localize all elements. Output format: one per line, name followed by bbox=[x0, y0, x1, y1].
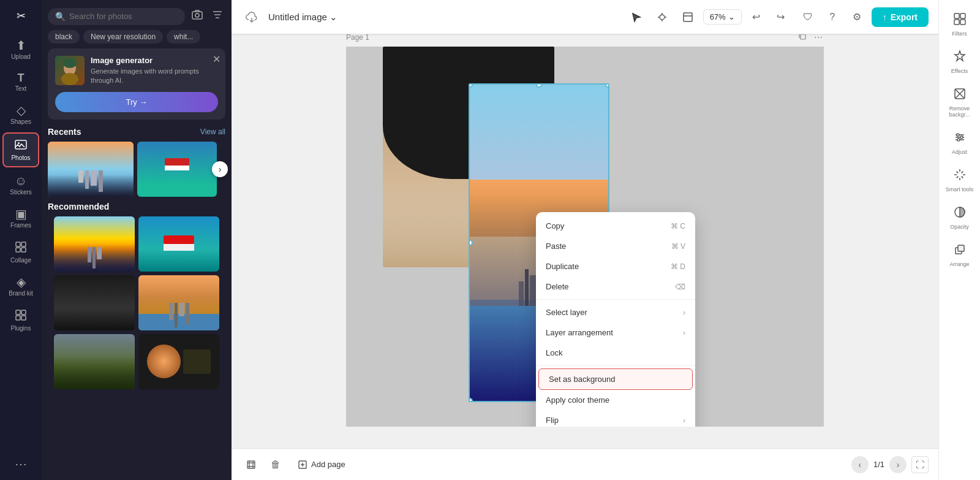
recent-photo-2[interactable] bbox=[137, 142, 217, 197]
recommended-photo-1[interactable] bbox=[54, 216, 135, 272]
svg-rect-34 bbox=[960, 20, 965, 25]
page-label: Page 1 bbox=[346, 34, 369, 42]
context-menu-lock[interactable]: Lock bbox=[536, 343, 695, 363]
svg-rect-4 bbox=[16, 242, 20, 246]
context-menu-delete[interactable]: Delete ⌫ bbox=[536, 276, 695, 297]
sidebar-item-photos[interactable]: Photos bbox=[2, 132, 39, 167]
undo-button[interactable]: ↩ bbox=[747, 7, 766, 27]
zoom-level: 67% bbox=[710, 12, 726, 21]
layout-button[interactable] bbox=[677, 7, 698, 28]
recommended-photo-3[interactable] bbox=[54, 275, 135, 330]
context-menu-select-layer-label: Select layer bbox=[546, 308, 587, 317]
context-menu-duplicate-shortcut: ⌘ D bbox=[671, 262, 685, 271]
image-generator-thumbnail bbox=[55, 56, 85, 85]
view-all-button[interactable]: View all bbox=[200, 128, 225, 136]
photos-panel: 🔍 black New year resolution whit... ✕ bbox=[42, 0, 232, 480]
context-menu-flip[interactable]: Flip › bbox=[536, 410, 695, 427]
export-button[interactable]: ↑ Export bbox=[872, 7, 929, 27]
sidebar-item-brand[interactable]: ◈ Brand kit bbox=[2, 271, 39, 302]
context-menu-flip-label: Flip bbox=[546, 416, 559, 425]
redo-button[interactable]: ↪ bbox=[771, 7, 791, 27]
image-generator-header: Image generator Generate images with wor… bbox=[55, 56, 218, 86]
zoom-chevron-icon: ⌄ bbox=[728, 12, 735, 21]
canvas-wrapper[interactable]: Page 1 ⋯ bbox=[232, 34, 938, 448]
recents-header: Recents View all bbox=[48, 127, 225, 137]
previous-page-button[interactable]: ‹ bbox=[851, 456, 869, 473]
frames-tool-button[interactable] bbox=[241, 455, 261, 474]
toolbar-right: 🛡 ? ⚙ ↑ Export bbox=[798, 7, 929, 27]
context-menu-select-layer[interactable]: Select layer › bbox=[536, 302, 695, 322]
fullscreen-button[interactable]: ⛶ bbox=[911, 456, 929, 473]
right-panel-smart-tools[interactable]: Smart tools bbox=[941, 163, 978, 198]
selection-handle-tr[interactable] bbox=[605, 83, 609, 88]
plugins-icon bbox=[15, 309, 27, 323]
recent-photo-1[interactable] bbox=[48, 142, 134, 197]
settings-button[interactable]: ⚙ bbox=[847, 7, 867, 27]
bottom-toolbar-right: ‹ 1/1 › ⛶ bbox=[851, 456, 929, 473]
image-generator-description: Generate images with word prompts throug… bbox=[91, 67, 218, 86]
document-title-button[interactable]: Untitled image ⌄ bbox=[268, 12, 337, 23]
context-menu: Copy ⌘ C Paste ⌘ V Duplicate ⌘ D Delet bbox=[536, 212, 695, 427]
stickers-icon: ☺ bbox=[15, 175, 27, 187]
pan-tool-button[interactable] bbox=[652, 7, 673, 28]
svg-rect-6 bbox=[16, 248, 20, 252]
search-input[interactable] bbox=[69, 12, 178, 21]
context-menu-duplicate-label: Duplicate bbox=[546, 262, 579, 271]
tag-new-year[interactable]: New year resolution bbox=[83, 30, 163, 44]
right-panel-opacity[interactable]: Opacity bbox=[941, 200, 978, 235]
svg-point-13 bbox=[195, 13, 199, 17]
image-generator-close-button[interactable]: ✕ bbox=[213, 53, 221, 65]
zoom-control[interactable]: 67% ⌄ bbox=[703, 9, 742, 25]
context-menu-apply-color-theme[interactable]: Apply color theme bbox=[536, 390, 695, 410]
filter-button[interactable] bbox=[209, 7, 225, 26]
context-menu-paste[interactable]: Paste ⌘ V bbox=[536, 236, 695, 256]
help-button[interactable]: ? bbox=[823, 7, 842, 27]
select-tool-button[interactable] bbox=[626, 7, 647, 28]
sidebar-item-stickers[interactable]: ☺ Stickers bbox=[2, 170, 39, 200]
next-page-button[interactable]: › bbox=[889, 456, 907, 473]
sidebar-item-text[interactable]: T Text bbox=[2, 67, 39, 97]
context-menu-delete-label: Delete bbox=[546, 282, 569, 291]
context-menu-copy-label: Copy bbox=[546, 221, 564, 230]
sidebar-item-frames[interactable]: ▣ Frames bbox=[2, 203, 39, 234]
canvas-area: Untitled image ⌄ bbox=[232, 0, 938, 480]
delete-page-button[interactable]: 🗑 bbox=[266, 455, 285, 474]
tag-white[interactable]: whit... bbox=[167, 30, 200, 44]
camera-search-button[interactable] bbox=[189, 6, 206, 26]
right-panel-adjust[interactable]: Adjust bbox=[941, 126, 978, 161]
chevron-right-icon-3: › bbox=[683, 416, 685, 425]
upload-icon: ⬆ bbox=[16, 39, 26, 51]
right-panel-arrange[interactable]: Arrange bbox=[941, 238, 978, 273]
right-panel-remove-background[interactable]: Remove backgr... bbox=[941, 82, 978, 124]
sidebar-item-more[interactable]: ⋯ bbox=[2, 453, 39, 475]
page-more-button[interactable]: ⋯ bbox=[813, 34, 824, 44]
add-page-button[interactable]: Add page bbox=[290, 456, 353, 473]
context-menu-layer-arrangement[interactable]: Layer arrangement › bbox=[536, 322, 695, 343]
page-copy-button[interactable] bbox=[797, 34, 808, 44]
canvas-page[interactable]: Copy ⌘ C Paste ⌘ V Duplicate ⌘ D Delet bbox=[346, 47, 824, 427]
search-icon: 🔍 bbox=[55, 12, 66, 21]
context-menu-duplicate[interactable]: Duplicate ⌘ D bbox=[536, 256, 695, 276]
recommended-photo-2[interactable] bbox=[138, 216, 219, 272]
context-menu-copy[interactable]: Copy ⌘ C bbox=[536, 216, 695, 236]
search-input-wrapper[interactable]: 🔍 bbox=[48, 8, 185, 25]
sidebar-item-shapes[interactable]: ◇ Shapes bbox=[2, 99, 39, 130]
sidebar-item-plugins[interactable]: Plugins bbox=[2, 304, 39, 337]
recommended-photo-6[interactable] bbox=[138, 334, 219, 389]
app-logo[interactable]: ✂ bbox=[10, 5, 32, 27]
smart-tools-icon bbox=[953, 168, 967, 185]
recents-next-button[interactable]: › bbox=[212, 161, 228, 177]
right-panel-effects[interactable]: Effects bbox=[941, 45, 978, 80]
context-menu-set-as-background[interactable]: Set as background bbox=[538, 368, 693, 390]
recommended-photo-5[interactable] bbox=[54, 334, 135, 389]
recommended-photo-4[interactable] bbox=[138, 275, 219, 330]
toolbar-left: Untitled image ⌄ bbox=[241, 7, 619, 28]
sidebar-item-collage[interactable]: Collage bbox=[2, 236, 39, 269]
shield-button[interactable]: 🛡 bbox=[798, 7, 818, 27]
sidebar-item-upload[interactable]: ⬆ Upload bbox=[2, 34, 39, 65]
cloud-save-button[interactable] bbox=[241, 7, 262, 28]
selection-handle-bl[interactable] bbox=[469, 398, 473, 402]
tag-black[interactable]: black bbox=[48, 30, 80, 44]
right-panel-filters[interactable]: Filters bbox=[941, 7, 978, 42]
image-generator-try-button[interactable]: Try → bbox=[55, 92, 218, 112]
